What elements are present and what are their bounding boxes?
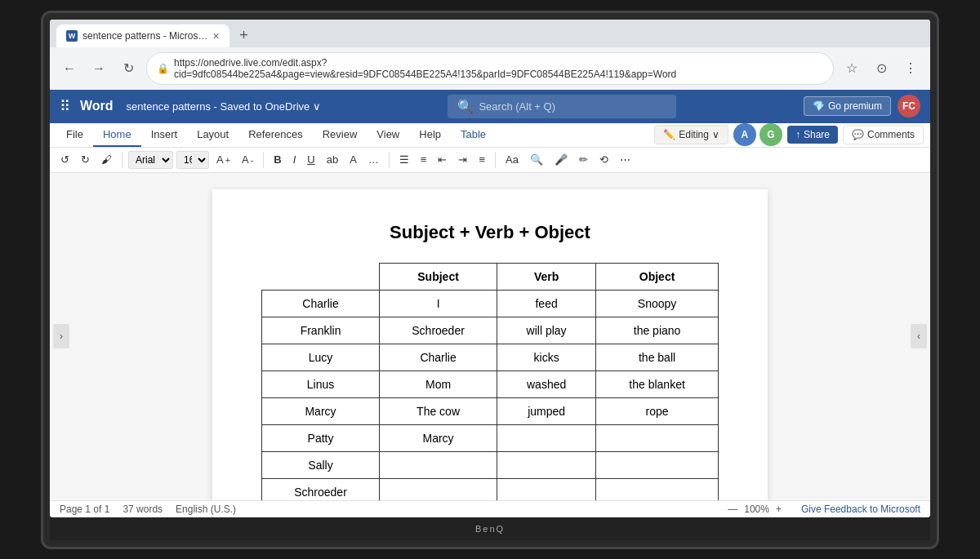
- table-row[interactable]: LucyCharliekicksthe ball: [262, 344, 719, 370]
- cell-object[interactable]: the ball: [596, 344, 719, 370]
- tab-help[interactable]: Help: [409, 123, 451, 147]
- tab-references[interactable]: References: [238, 123, 312, 147]
- comments-button[interactable]: 💬 Comments: [843, 125, 924, 144]
- accounts-area: A G: [733, 123, 782, 146]
- more-tools-button[interactable]: ⋯: [616, 151, 635, 168]
- cell-subject[interactable]: The cow: [380, 397, 497, 424]
- editing-label: Editing: [679, 129, 709, 140]
- cell-subject[interactable]: Mom: [380, 370, 497, 397]
- table-row[interactable]: CharlieIfeedSnoopy: [262, 290, 719, 317]
- table-row[interactable]: FranklinSchroederwill playthe piano: [262, 317, 719, 344]
- cell-subject[interactable]: Marcy: [380, 424, 497, 451]
- go-premium-button[interactable]: 💎 Go premium: [804, 96, 891, 116]
- cell-object[interactable]: [596, 478, 719, 500]
- right-sidebar-toggle[interactable]: ‹: [911, 324, 927, 348]
- indent-increase-button[interactable]: ⇥: [454, 151, 471, 168]
- cell-subject[interactable]: I: [380, 290, 497, 317]
- table-row[interactable]: Schroeder: [262, 478, 719, 500]
- dictate-button[interactable]: 🎤: [550, 151, 572, 168]
- font-color-button[interactable]: A: [345, 151, 361, 168]
- cell-subject[interactable]: Schroeder: [380, 317, 497, 344]
- format-painter-button[interactable]: 🖌: [97, 151, 116, 168]
- cell-object[interactable]: rope: [596, 397, 719, 424]
- tab-home[interactable]: Home: [93, 123, 141, 147]
- forward-button[interactable]: →: [87, 57, 110, 80]
- search-input[interactable]: [479, 100, 666, 113]
- address-bar[interactable]: 🔒 https://onedrive.live.com/edit.aspx?ci…: [146, 52, 834, 85]
- new-tab-button[interactable]: +: [233, 24, 256, 47]
- ribbon-tabs: File Home Insert Layout References Revie…: [50, 123, 930, 148]
- account-icon-1[interactable]: A: [733, 123, 756, 146]
- underline-button[interactable]: U: [303, 151, 318, 168]
- indent-decrease-button[interactable]: ⇤: [434, 151, 451, 168]
- profile-button[interactable]: ⊙: [870, 57, 893, 80]
- cell-verb[interactable]: feed: [497, 290, 596, 317]
- account-icon-2[interactable]: G: [760, 123, 782, 146]
- styles-button[interactable]: Aa: [501, 151, 523, 168]
- table-row[interactable]: PattyMarcy: [262, 424, 719, 451]
- cell-verb[interactable]: washed: [497, 370, 596, 397]
- tab-review[interactable]: Review: [313, 123, 368, 147]
- undo-button[interactable]: ↺: [56, 151, 74, 168]
- highlight-button[interactable]: ab: [323, 151, 342, 168]
- cell-object[interactable]: the piano: [596, 317, 719, 344]
- reuse-button[interactable]: ⟲: [595, 151, 612, 168]
- cell-verb[interactable]: [497, 478, 596, 500]
- bookmark-button[interactable]: ☆: [840, 57, 863, 80]
- tab-table[interactable]: Table: [451, 123, 496, 147]
- cell-verb[interactable]: [497, 424, 596, 451]
- tab-layout[interactable]: Layout: [187, 123, 238, 147]
- redo-button[interactable]: ↻: [77, 151, 94, 168]
- cell-object[interactable]: the blanket: [596, 370, 719, 397]
- menu-button[interactable]: ⋮: [899, 57, 922, 80]
- table-row[interactable]: Sally: [262, 451, 719, 478]
- cell-object[interactable]: [596, 451, 719, 478]
- zoom-in-button[interactable]: +: [776, 504, 782, 515]
- align-button[interactable]: ≡: [474, 151, 489, 168]
- cell-subject[interactable]: [380, 451, 497, 478]
- cell-verb[interactable]: will play: [497, 317, 596, 344]
- decrease-font-button[interactable]: A-: [238, 151, 257, 168]
- cell-verb[interactable]: kicks: [497, 344, 596, 370]
- cell-verb[interactable]: [497, 451, 596, 478]
- search-box[interactable]: 🔍: [448, 95, 676, 118]
- font-name-select[interactable]: Arial: [128, 151, 173, 169]
- font-size-select[interactable]: 16: [176, 151, 209, 169]
- editing-button[interactable]: ✏️ Editing ∨: [654, 125, 728, 144]
- active-tab[interactable]: W sentence patterns - Micros… ×: [56, 24, 229, 47]
- refresh-button[interactable]: ↻: [117, 57, 140, 80]
- row-label: Sally: [262, 451, 380, 478]
- bold-button[interactable]: B: [270, 151, 285, 168]
- close-tab-button[interactable]: ×: [212, 29, 219, 42]
- cell-subject[interactable]: [380, 478, 497, 500]
- tab-insert[interactable]: Insert: [141, 123, 188, 147]
- tab-file[interactable]: File: [56, 123, 93, 147]
- back-button[interactable]: ←: [58, 57, 81, 80]
- find-button[interactable]: 🔍: [526, 151, 547, 168]
- feedback-link[interactable]: Give Feedback to Microsoft: [801, 504, 920, 515]
- more-formatting-button[interactable]: …: [364, 151, 383, 168]
- ordered-list-button[interactable]: ≡: [416, 151, 431, 168]
- page-info: Page 1 of 1: [60, 504, 109, 515]
- cell-object[interactable]: [596, 424, 719, 451]
- cell-verb[interactable]: jumped: [497, 397, 596, 424]
- page[interactable]: Subject + Verb + Object Subject Verb Obj…: [212, 189, 768, 500]
- cell-object[interactable]: Snoopy: [596, 290, 719, 317]
- share-button[interactable]: ↑ Share: [787, 126, 838, 144]
- share-label: Share: [804, 129, 830, 140]
- monitor: W sentence patterns - Micros… × + ← → ↻ …: [41, 11, 939, 549]
- cell-subject[interactable]: Charlie: [380, 344, 497, 370]
- tab-view[interactable]: View: [367, 123, 409, 147]
- user-avatar[interactable]: FC: [898, 95, 920, 118]
- table-row[interactable]: MarcyThe cowjumpedrope: [262, 397, 719, 424]
- apps-icon[interactable]: ⠿: [60, 97, 70, 115]
- table-row[interactable]: LinusMomwashedthe blanket: [262, 370, 719, 397]
- left-sidebar-toggle[interactable]: ›: [53, 324, 69, 348]
- italic-button[interactable]: I: [289, 151, 301, 168]
- row-label: Schroeder: [262, 478, 380, 500]
- monitor-brand: BenQ: [50, 517, 930, 540]
- zoom-out-button[interactable]: —: [728, 504, 737, 515]
- increase-font-button[interactable]: A+: [212, 151, 234, 168]
- list-button[interactable]: ☰: [395, 151, 413, 168]
- editor-button[interactable]: ✏: [575, 151, 592, 168]
